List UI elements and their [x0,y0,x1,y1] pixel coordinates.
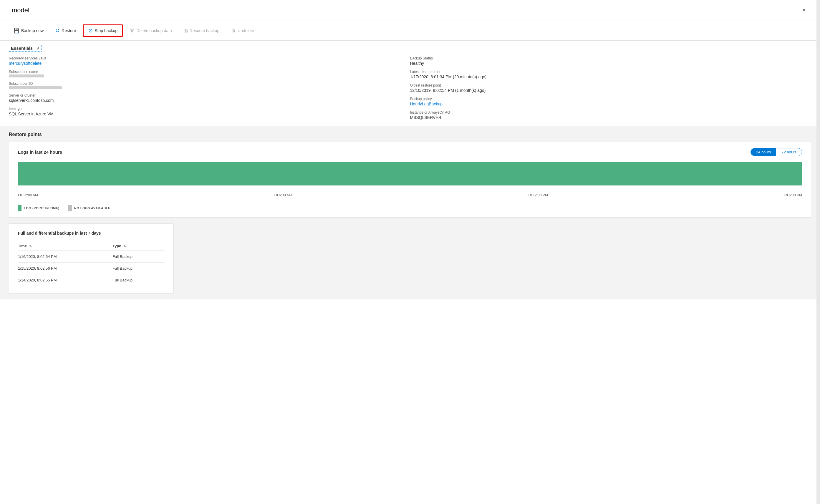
server-cluster-value: sqlserver-1.contoso.com [9,98,410,103]
time-column-header[interactable]: Time ⇅ [18,241,112,251]
restore-icon: ↺ [55,27,60,34]
close-button[interactable]: × [800,5,808,15]
subscription-id-placeholder [9,86,62,89]
instance-value: MSSQLSERVER [410,115,811,120]
oldest-restore-value: 12/10/2019, 8:02:54 PM (1 month(s) ago) [410,88,811,93]
chart-x-labels: Fri 12:00 AM Fri 6:00 AM Fri 12:00 PM Fr… [18,191,802,202]
time-toggle: 24 hours 72 hours [751,148,802,156]
table-row[interactable]: 1/15/2020, 8:02:56 PM Full Backup [18,263,165,274]
chart-bar [18,162,802,185]
time-sort-icon: ⇅ [29,245,32,248]
essentials-collapse-icon: ∧ [37,46,40,50]
server-cluster-label: Server or Cluster [9,93,410,97]
essentials-header[interactable]: Essentials ∧ [9,45,42,52]
scrollbar[interactable] [816,0,820,504]
item-type-value: SQL Server in Azure VM [9,112,410,116]
window-title: model [12,6,29,14]
instance-field: Instance or AlwaysOn AG MSSQLSERVER [410,110,811,120]
table-row[interactable]: 1/14/2020, 8:02:55 PM Full Backup [18,274,165,286]
undelete-button[interactable]: 🗑 Undelete [226,26,259,36]
main-window: model × 💾 Backup now ↺ Restore ⊘ Stop ba… [0,0,820,504]
latest-restore-label: Latest restore point [410,70,811,74]
time-cell: 1/16/2020, 8:02:54 PM [18,251,112,263]
backup-table: Time ⇅ Type ⇅ 1/16/2020, 8:02:54 PM Full… [18,241,165,286]
type-cell: Full Backup [112,263,165,274]
restore-points-title: Restore points [9,132,811,137]
resume-backup-button[interactable]: ◎ Resume backup [179,26,224,36]
server-cluster-field: Server or Cluster sqlserver-1.contoso.co… [9,93,410,103]
subscription-id-label: Subscription ID [9,82,410,86]
legend-nologs-label: NO LOGS AVAILABLE [74,206,110,210]
legend-log-label: LOG (POINT IN TIME) [24,206,59,210]
restore-button[interactable]: ↺ Restore [51,25,81,36]
backup-policy-label: Backup policy [410,97,811,101]
type-cell: Full Backup [112,251,165,263]
essentials-right: Backup Status Healthy Latest restore poi… [410,56,811,120]
undelete-icon: 🗑 [231,28,236,33]
toolbar: 💾 Backup now ↺ Restore ⊘ Stop backup 🗑 D… [0,21,820,41]
x-label-2: Fri 12:00 PM [528,193,548,197]
chart-title: Logs in last 24 hours [18,150,62,155]
backup-policy-field: Backup policy HourlyLogBackup [410,97,811,106]
backup-status-value: Healthy [410,61,811,66]
table-row[interactable]: 1/16/2020, 8:02:54 PM Full Backup [18,251,165,263]
table-header-row: Time ⇅ Type ⇅ [18,241,165,251]
x-label-3: Fri 6:00 PM [784,193,802,197]
type-cell: Full Backup [112,274,165,286]
backup-status-label: Backup Status [410,56,811,60]
chart-header: Logs in last 24 hours 24 hours 72 hours [18,148,802,156]
backup-status-field: Backup Status Healthy [410,56,811,66]
subscription-name-placeholder [9,74,44,77]
legend-gray-color [68,205,72,211]
subscription-id-field: Subscription ID [9,82,410,89]
item-type-field: Item type SQL Server in Azure VM [9,107,410,116]
recovery-vault-value[interactable]: mercurysoftdelete [9,61,410,66]
stop-backup-icon: ⊘ [88,27,93,34]
time-cell: 1/14/2020, 8:02:55 PM [18,274,112,286]
time-cell: 1/15/2020, 8:02:56 PM [18,263,112,274]
item-type-label: Item type [9,107,410,111]
24-hours-button[interactable]: 24 hours [751,148,776,156]
72-hours-button[interactable]: 72 hours [776,148,802,156]
latest-restore-field: Latest restore point 1/17/2020, 6:01:34 … [410,70,811,79]
resume-backup-icon: ◎ [184,28,188,34]
chart-area [18,162,802,188]
legend-log-point: LOG (POINT IN TIME) [18,205,59,211]
recovery-vault-label: Recovery services vault [9,56,410,60]
oldest-restore-label: Oldest restore point [410,83,811,87]
title-bar: model × [0,0,820,21]
backup-policy-value[interactable]: HourlyLogBackup [410,102,811,106]
recovery-vault-field: Recovery services vault mercurysoftdelet… [9,56,410,66]
backup-now-icon: 💾 [14,28,19,34]
type-sort-icon: ⇅ [123,245,126,248]
latest-restore-value: 1/17/2020, 6:01:34 PM (20 minute(s) ago) [410,74,811,79]
table-card: Full and differential backups in last 7 … [9,223,174,294]
chart-legend: LOG (POINT IN TIME) NO LOGS AVAILABLE [18,205,802,211]
delete-backup-icon: 🗑 [130,28,135,33]
subscription-name-label: Subscription name [9,70,410,74]
legend-no-logs: NO LOGS AVAILABLE [68,205,110,211]
table-card-title: Full and differential backups in last 7 … [18,231,165,236]
stop-backup-button[interactable]: ⊘ Stop backup [83,24,123,37]
essentials-section: Essentials ∧ Recovery services vault mer… [0,41,820,126]
essentials-grid: Recovery services vault mercurysoftdelet… [9,56,811,126]
subscription-name-field: Subscription name [9,70,410,77]
backup-now-button[interactable]: 💾 Backup now [9,26,48,36]
instance-label: Instance or AlwaysOn AG [410,110,811,115]
chart-card: Logs in last 24 hours 24 hours 72 hours … [9,142,811,218]
delete-backup-data-button[interactable]: 🗑 Delete backup data [125,26,177,36]
oldest-restore-field: Oldest restore point 12/10/2019, 8:02:54… [410,83,811,93]
restore-points-section: Restore points Logs in last 24 hours 24 … [0,126,820,299]
essentials-left: Recovery services vault mercurysoftdelet… [9,56,410,120]
x-label-1: Fri 6:00 AM [274,193,292,197]
x-label-0: Fri 12:00 AM [18,193,38,197]
essentials-label: Essentials [11,46,33,51]
legend-green-color [18,205,21,211]
type-column-header[interactable]: Type ⇅ [112,241,165,251]
